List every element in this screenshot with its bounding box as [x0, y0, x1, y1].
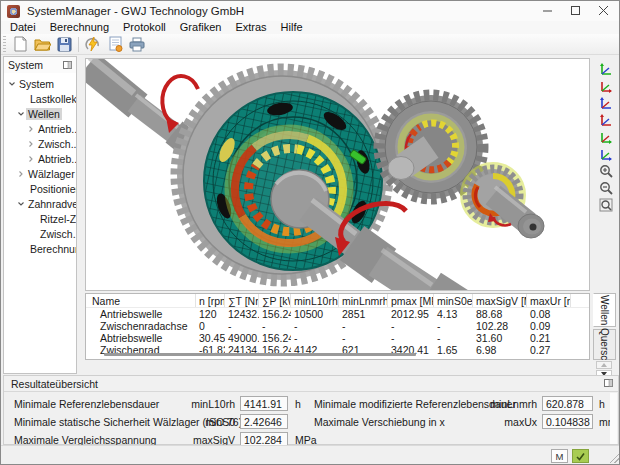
- tree-item-zahnradverbindung[interactable]: Zahnradver...: [4, 196, 76, 211]
- result-value-field[interactable]: 0.104838: [542, 414, 593, 429]
- column-header[interactable]: minL10rh [h]: [291, 294, 339, 307]
- result-label: Minimale Referenzlebensdauer: [14, 398, 159, 410]
- view-yx-icon[interactable]: [596, 146, 616, 162]
- result-param: minLnmrh: [467, 398, 537, 410]
- chevron-right-icon[interactable]: [26, 140, 36, 148]
- tree-item-abtriebswelle[interactable]: Abtrieb...: [4, 151, 76, 166]
- menu-hilfe[interactable]: Hilfe: [274, 21, 310, 34]
- main-toolbar: [1, 34, 619, 55]
- column-header[interactable]: n [rpm]: [196, 294, 225, 307]
- dock-pin-icon[interactable]: [62, 60, 73, 71]
- tree-item-waelzlager[interactable]: Wälzlager: [4, 166, 76, 181]
- tree-panel-title: System: [8, 59, 43, 71]
- results-scroll-slot: [610, 393, 617, 444]
- save-button[interactable]: [53, 35, 75, 54]
- tree-item-system[interactable]: System: [4, 76, 76, 91]
- chevron-down-icon[interactable]: [16, 110, 26, 118]
- menu-bar: Datei Berechnung Protokoll Grafiken Extr…: [1, 21, 619, 34]
- zoom-in-icon[interactable]: [596, 163, 616, 179]
- menu-protokoll[interactable]: Protokoll: [116, 21, 173, 34]
- calculate-button[interactable]: [82, 35, 104, 54]
- view-xz-icon[interactable]: [596, 112, 616, 128]
- resize-grip[interactable]: [610, 454, 619, 463]
- column-header[interactable]: ∑P [kW]: [259, 294, 291, 307]
- 3d-viewport[interactable]: [85, 58, 590, 291]
- tree-item-lastkollektiv[interactable]: Lastkollektiv: [4, 91, 76, 106]
- tab-querschnitt[interactable]: Quersc: [593, 329, 616, 360]
- column-header[interactable]: pmax [MPa]: [388, 294, 434, 307]
- tab-scroll-up-button[interactable]: [596, 361, 612, 369]
- result-unit: h: [295, 398, 301, 410]
- tree-item-wellen[interactable]: Wellen: [4, 106, 76, 121]
- result-value-field[interactable]: 620.878: [542, 396, 593, 411]
- system-tree-panel: System System Lastkollektiv Wellen Antri…: [3, 56, 77, 374]
- menu-datei[interactable]: Datei: [3, 21, 43, 34]
- horizontal-scrollbar-thumb[interactable]: [104, 353, 416, 356]
- tree-item-zwischenrad[interactable]: Zwisch...: [4, 226, 76, 241]
- table-header-row: Name n [rpm] ∑T [Nm] ∑P [kW] minL10rh [h…: [86, 294, 589, 308]
- results-panel-title: Resultateübersicht: [11, 378, 98, 390]
- view-zx-icon[interactable]: [596, 95, 616, 111]
- new-file-button[interactable]: [9, 35, 31, 54]
- view-xy-icon[interactable]: [596, 129, 616, 145]
- shaft-results-table: Name n [rpm] ∑T [Nm] ∑P [kW] minL10rh [h…: [85, 293, 590, 360]
- minimize-button[interactable]: [534, 1, 562, 21]
- table-row[interactable]: Antriebswelle 120 12432.84 156.24 10500 …: [86, 308, 589, 320]
- table-row[interactable]: Abtriebswelle 30.45 49000.00 156.24 - - …: [86, 332, 589, 344]
- column-header[interactable]: maxUr [mm]: [527, 294, 571, 307]
- tab-wellen[interactable]: Wellen: [593, 293, 616, 327]
- check-icon: [576, 452, 585, 461]
- close-button[interactable]: [590, 1, 618, 21]
- toolbar-grip: [3, 36, 6, 52]
- menu-grafiken[interactable]: Grafiken: [173, 21, 229, 34]
- chevron-right-icon[interactable]: [26, 155, 36, 163]
- open-file-button[interactable]: [31, 35, 53, 54]
- window-title: SystemManager - GWJ Technology GmbH: [27, 5, 244, 17]
- open-folder-icon: [34, 37, 51, 51]
- print-button[interactable]: [126, 35, 148, 54]
- result-value-field[interactable]: 2.42646: [240, 414, 288, 429]
- chevron-down-icon[interactable]: [16, 200, 26, 208]
- tree-item-ritzel[interactable]: Ritzel-Z...: [4, 211, 76, 226]
- lightning-icon: [85, 36, 101, 52]
- view-yz-icon[interactable]: [596, 61, 616, 77]
- tree-item-berechnung[interactable]: Berechnun...: [4, 241, 76, 256]
- menu-extras[interactable]: Extras: [228, 21, 273, 34]
- chevron-down-icon[interactable]: [7, 80, 17, 88]
- calculation-status-button[interactable]: [572, 449, 589, 463]
- results-overview-panel: Resultateübersicht Minimale Referenzlebe…: [3, 375, 619, 445]
- toolbar-separator: [78, 37, 79, 52]
- save-icon: [57, 37, 72, 52]
- new-file-icon: [13, 36, 28, 52]
- tree-item-zwischenwelle[interactable]: Zwisch...: [4, 136, 76, 151]
- column-header[interactable]: minS0eff: [434, 294, 473, 307]
- column-header[interactable]: maxSigV [MPa]: [473, 294, 527, 307]
- zoom-window-icon[interactable]: [596, 197, 616, 213]
- view-zy-icon[interactable]: [596, 78, 616, 94]
- status-bar: M: [1, 445, 620, 465]
- result-param: minS0: [165, 416, 235, 428]
- tree-item-antriebswelle[interactable]: Antrieb...: [4, 121, 76, 136]
- add-report-icon: [108, 36, 123, 52]
- app-icon: [7, 5, 20, 18]
- print-icon: [129, 37, 145, 52]
- gear-shaft-3d-model: [86, 59, 589, 290]
- tree-item-positionierung[interactable]: Positionier...: [4, 181, 76, 196]
- result-label: Maximale Verschiebung in x: [314, 416, 445, 428]
- messages-button[interactable]: M: [551, 449, 568, 463]
- column-header[interactable]: minLnmrh [h]: [339, 294, 388, 307]
- add-report-button[interactable]: [104, 35, 126, 54]
- menu-berechnung[interactable]: Berechnung: [43, 21, 116, 34]
- dock-pin-icon[interactable]: [603, 378, 614, 389]
- result-param: maxUx: [467, 416, 537, 428]
- chevron-right-icon[interactable]: [26, 125, 36, 133]
- app-window: SystemManager - GWJ Technology GmbH Date…: [0, 0, 620, 465]
- column-header[interactable]: ∑T [Nm]: [225, 294, 259, 307]
- table-row[interactable]: Zwischenradachse 0 - - - - - - 102.28 0.…: [86, 320, 589, 332]
- result-value-field[interactable]: 4141.91: [240, 396, 288, 411]
- zoom-out-icon[interactable]: [596, 180, 616, 196]
- chevron-right-icon[interactable]: [16, 170, 26, 178]
- column-header[interactable]: Name: [86, 294, 196, 307]
- title-bar: SystemManager - GWJ Technology GmbH: [1, 1, 619, 21]
- maximize-button[interactable]: [562, 1, 590, 21]
